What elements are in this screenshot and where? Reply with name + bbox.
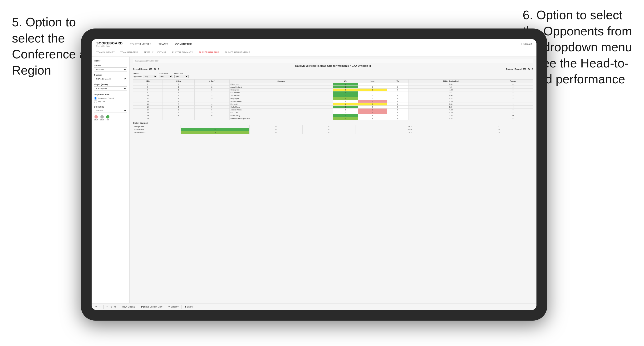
content-area: Last Updated: 27/03/2024 08:34 Katelyn V… [130, 57, 536, 303]
ood-opponent: NCAA Division 2 [133, 131, 181, 134]
watch-label: Watch ▾ [171, 306, 179, 308]
td-div: 20 [133, 117, 162, 120]
td-reg: 1 [162, 100, 194, 103]
toolbar-save-custom[interactable]: 💾 Save Custom View [141, 306, 162, 308]
td-div: 18 [133, 111, 162, 114]
td-div: 13 [133, 100, 162, 103]
td-opponent: Federica Domecq Lacroze [229, 117, 333, 120]
td-diff: 1.50 [408, 83, 493, 86]
overall-record-value: 353 - 34 - 6 [149, 68, 159, 70]
th-rounds: Rounds [493, 80, 533, 83]
td-win: 1 [333, 83, 358, 86]
td-opponent: Alexis Sudjianto [229, 86, 333, 89]
sub-nav-team-summary[interactable]: TEAM SUMMARY [96, 51, 115, 55]
sidebar-colour-by-label: Colour by [94, 106, 127, 108]
td-opponent: Sharon Mun [229, 91, 333, 94]
overall-record: Overall Record: 353 - 34 - 6 [133, 68, 159, 70]
td-reg: 11 [162, 117, 194, 120]
td-conf: 1 [194, 83, 229, 86]
td-loss: 2 [358, 103, 387, 106]
table-row: 19 10 6 Emily Chang 4 1 0 0.30 11 [133, 114, 533, 117]
sign-out[interactable]: | Sign out [522, 43, 532, 45]
td-loss [358, 91, 387, 94]
table-row: 18 2 2 Euna Lee 0 8 0 -5.00 2 [133, 111, 533, 114]
td-tie: 0 [387, 89, 408, 91]
ood-diff: 9.267 [356, 128, 464, 131]
toolbar-watch[interactable]: 👁 Watch ▾ [168, 306, 179, 308]
td-reg: 3 [162, 83, 194, 86]
ood-row: NAIA Division 1 15 0 0 9.267 30 [133, 128, 533, 131]
sidebar-radio-top100[interactable]: Top 100 [94, 100, 127, 103]
td-div: 15 [133, 106, 162, 109]
sign-out-label[interactable]: Sign out [523, 43, 532, 45]
legend-label-up: Up [106, 119, 109, 121]
td-win: 0 [333, 111, 358, 114]
td-reg: 7 [162, 103, 194, 106]
td-loss: 1 [358, 89, 387, 91]
td-div: 9 [133, 91, 162, 94]
td-opponent: Stella Cheng [229, 106, 333, 109]
td-reg: 1 [162, 91, 194, 94]
toolbar-redo[interactable]: ↪ [99, 306, 101, 308]
sub-nav-team-h2h-heatmap[interactable]: TEAM H2H HEATMAP [144, 51, 166, 55]
filter-region-label: Region [133, 72, 157, 74]
filter-conference-select[interactable]: (All) [159, 75, 173, 78]
td-rounds: 6 [493, 117, 533, 120]
toolbar-circle[interactable]: ⊙ [114, 306, 116, 308]
radio-top100[interactable] [94, 100, 97, 103]
nav-item-tournaments[interactable]: TOURNAMENTS [130, 42, 151, 46]
td-tie: 0 [387, 86, 408, 89]
td-diff: 3.67 [408, 91, 493, 94]
toolbar-copy[interactable]: ⊕ [110, 306, 112, 308]
td-rounds: 9 [493, 103, 533, 106]
sub-nav-team-h2h-grid[interactable]: TEAM H2H GRID [120, 51, 138, 55]
sidebar-division-select[interactable]: NCAA Division III [94, 77, 127, 81]
td-reg: 10 [162, 114, 194, 117]
table-row: 5 2 2 Alexis Sudjianto 1 0 0 4.00 3 [133, 86, 533, 89]
toolbar-sep1 [104, 305, 104, 309]
radio-opponents-played[interactable] [94, 97, 97, 100]
td-tie: 0 [387, 94, 408, 97]
td-div: 11 [133, 97, 162, 100]
sidebar-radio-group: Opponents Played Top 100 [94, 97, 127, 103]
sub-nav-player-h2h-grid[interactable]: PLAYER H2H GRID [199, 51, 219, 55]
toolbar-undo[interactable]: ↩ [95, 306, 97, 308]
legend-dot-up [106, 115, 110, 119]
filter-opponent-row: (All) [174, 75, 189, 78]
last-updated: Last Updated: 27/03/2024 08:34 [133, 59, 533, 63]
toolbar-sep2 [119, 305, 119, 309]
toolbar-view-original[interactable]: View: Original [122, 306, 135, 308]
nav-item-teams[interactable]: TEAMS [158, 42, 168, 46]
ood-row: NCAA Division 2 5 0 0 7.400 10 [133, 131, 533, 134]
td-diff: -3.00 [408, 100, 493, 103]
sidebar-player-rank-select[interactable]: 8. Katelyn Vo [94, 86, 127, 90]
td-conf: 5 [194, 106, 229, 109]
filter-opponent-select[interactable]: (All) [174, 75, 189, 78]
td-rounds: 3 [493, 89, 533, 91]
sidebar-radio-opponents-played[interactable]: Opponents Played [94, 97, 127, 100]
toolbar-sep5 [182, 305, 182, 309]
sidebar-colour-by-select[interactable]: Win/loss [94, 109, 127, 113]
nav-item-committee[interactable]: COMMITTEE [175, 42, 192, 46]
filter-region: Region Opponents: (All) [133, 72, 157, 78]
td-opponent: Jessica Mason [229, 109, 333, 111]
sub-nav-player-summary[interactable]: PLAYER SUMMARY [172, 51, 193, 55]
division-record: Division Record: 331 - 34 - 6 [506, 68, 533, 70]
toolbar-share[interactable]: ⬆ Share [184, 306, 193, 308]
th-div: # Div [133, 80, 162, 83]
save-custom-label: Save Custom View [144, 306, 162, 308]
td-reg: 2 [162, 111, 194, 114]
sidebar-gender-select[interactable]: Women's [94, 67, 127, 71]
legend-label-down: Down [94, 119, 98, 121]
td-loss [358, 83, 387, 86]
sub-nav-player-h2h-heatmap[interactable]: PLAYER H2H HEATMAP [225, 51, 250, 55]
toolbar-scissors[interactable]: ✂ [106, 306, 108, 308]
filter-region-select[interactable]: (All) [143, 75, 157, 78]
td-opponent: Euna Lee [229, 111, 333, 114]
td-opponent: Emily Chang [229, 114, 333, 117]
td-conf: 7 [194, 117, 229, 120]
td-loss: 8 [358, 111, 387, 114]
td-conf: 2 [194, 86, 229, 89]
bottom-toolbar: ↩ ↪ ✂ ⊕ ⊙ View: Original 💾 Save Custom V… [92, 303, 536, 310]
td-win: 1 [333, 106, 358, 109]
